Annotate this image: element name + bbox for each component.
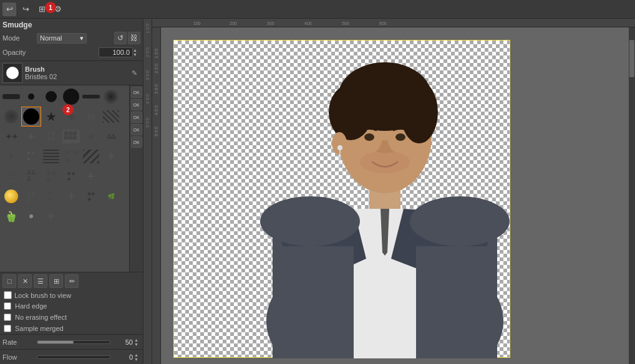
lock-brush-checkbox[interactable] [4, 291, 12, 299]
brush-cell[interactable] [21, 206, 41, 226]
brush-cell[interactable]: ⣷⣿⣾ [21, 186, 41, 206]
brush-cell[interactable]: ✳ ✳ ✳ [61, 146, 81, 166]
reset-icon[interactable]: ↺ [114, 32, 127, 44]
option-icons: ↺ ⛓ [114, 32, 140, 44]
brush-cell[interactable]: + [41, 206, 61, 226]
brush-cell[interactable] [81, 146, 101, 166]
sample-merged-checkbox[interactable] [4, 325, 11, 332]
brush-cell[interactable] [41, 87, 61, 107]
brush-edit-button[interactable]: ✎ [128, 67, 140, 79]
brush-cell[interactable]: + + ++ + + [1, 166, 21, 186]
brush-cell[interactable]: + [1, 146, 21, 166]
rate-spinner[interactable]: ▲▼ [134, 338, 140, 347]
mode-row: Mode Normal ▾ ↺ ⛓ [2, 31, 140, 45]
brush-cell[interactable] [81, 87, 101, 107]
brush-cell[interactable]: ✚ [61, 107, 81, 127]
paint-button[interactable]: ✏ [65, 274, 79, 288]
sample-merged-row: Sample merged [0, 323, 143, 334]
svg-rect-6 [273, 246, 354, 358]
brush-cell[interactable]: ✿ [81, 127, 101, 146]
brush-cell[interactable]: ✦✦✦ [21, 146, 41, 166]
brush-preview [2, 63, 22, 83]
brush-cell[interactable]: + [101, 146, 121, 166]
undo-icon[interactable]: ↩ [2, 2, 16, 16]
opacity-spinner[interactable]: ▲▼ [133, 48, 140, 57]
ruler-h-100: 100 [192, 21, 230, 26]
brush-cell[interactable] [1, 186, 21, 206]
vertical-ruler: 100 200 300 400 500 [152, 27, 161, 364]
badge-1: 1 [45, 2, 56, 13]
brush-cell[interactable]: + [81, 166, 101, 186]
brush-cell[interactable]: 🌿 [101, 186, 121, 206]
flow-spinner[interactable]: ▲▼ [134, 353, 140, 362]
brush-cell[interactable] [21, 87, 41, 107]
flow-value[interactable]: 0 [110, 353, 134, 361]
brush-cell[interactable]: ⠿⠿⠿ [21, 166, 41, 186]
scrollbar[interactable] [629, 27, 635, 364]
side-button-1[interactable]: OK [131, 87, 142, 98]
brush-cell[interactable]: ⣿⣿ [81, 107, 101, 127]
person-figure [260, 41, 510, 358]
brush-cell[interactable]: ★ [41, 107, 61, 127]
no-erasing-checkbox[interactable] [4, 314, 11, 321]
brush-cell[interactable] [101, 107, 121, 127]
ruler-h-400: 400 [304, 21, 342, 26]
delete-brush-button[interactable]: ✕ [18, 274, 32, 288]
mode-dropdown[interactable]: Normal ▾ [37, 33, 87, 44]
no-erasing-label: No erasing effect [15, 314, 67, 321]
brush-cell[interactable]: ★★★ [61, 166, 81, 186]
brush-grid[interactable]: 2 ★ ✚ ⣿⣿ ✦✦ + [0, 85, 129, 272]
brush-cell[interactable]: ⬛⬛⬛⬛⬛⬛ [61, 127, 81, 146]
brush-cell[interactable]: 🫑 [1, 206, 21, 226]
ruler-h-500: 500 [342, 21, 379, 26]
brush-cell-selected[interactable] [21, 107, 41, 127]
brush-cell[interactable]: ◈◈◈ [81, 186, 101, 206]
brush-cell[interactable]: + [61, 186, 81, 206]
flow-slider[interactable] [37, 355, 110, 359]
side-button-5[interactable]: OK [131, 136, 142, 148]
svg-rect-7 [416, 246, 497, 358]
canvas-scroll[interactable] [161, 27, 635, 364]
brush-cell[interactable]: ✦✦ [1, 127, 21, 146]
opacity-value[interactable]: 100.0 [99, 47, 133, 57]
brush-title: Brush [25, 65, 125, 73]
brush-cell[interactable]: ⠶⠶⠶ [41, 186, 61, 206]
bottom-panel: □ ✕ ☰ ⊞ ✏ Lock brush to view Hard edge [0, 272, 143, 364]
brush-cell[interactable] [1, 107, 21, 127]
lock-brush-row: Lock brush to view [0, 290, 143, 300]
brush-cell[interactable]: ✤ ✤✤ [41, 166, 61, 186]
grid-view-button[interactable]: ⊞ [49, 274, 63, 288]
brush-cell[interactable]: ⁂⁂ [101, 127, 121, 146]
list-view-button[interactable]: ☰ [34, 274, 47, 288]
brush-cell[interactable] [101, 87, 121, 107]
rate-value[interactable]: 50 [110, 338, 134, 346]
brush-cell[interactable]: ···· [61, 206, 81, 226]
brush-cell[interactable]: ·· ···· ·· [101, 166, 121, 186]
side-button-4[interactable]: OK [131, 124, 142, 135]
flow-row: Flow 0 ▲▼ [0, 349, 143, 364]
new-brush-button[interactable]: □ [2, 274, 16, 288]
svg-point-17 [395, 133, 405, 141]
dropdown-arrow: ▾ [80, 34, 84, 42]
chain-icon[interactable]: ⛓ [128, 32, 140, 44]
opacity-row: Opacity 100.0 ▲▼ [2, 46, 140, 59]
brush-cell[interactable]: + [21, 127, 41, 146]
side-button-2[interactable]: OK [131, 99, 142, 110]
opacity-label: Opacity [2, 49, 99, 56]
side-button-3[interactable]: OK [131, 112, 142, 123]
svg-point-20 [337, 145, 342, 150]
scroll-thumb[interactable] [629, 40, 634, 77]
brush-cell[interactable] [1, 87, 21, 107]
rate-slider[interactable] [37, 340, 110, 344]
brush-cell[interactable]: ✳✳✳✳ [41, 127, 61, 146]
brush-cell[interactable] [61, 87, 81, 107]
hard-edge-checkbox[interactable] [4, 302, 11, 310]
hard-edge-row: Hard edge [0, 300, 143, 312]
brush-cell[interactable] [41, 146, 61, 166]
sample-merged-label: Sample merged [15, 325, 64, 332]
top-toolbar: ↩ ↪ ⊞ ⚙ 1 [0, 0, 635, 19]
mode-label: Mode [2, 34, 37, 42]
redo-icon[interactable]: ↪ [19, 2, 32, 16]
brush-actions: □ ✕ ☰ ⊞ ✏ [0, 272, 143, 290]
rate-label: Rate [2, 338, 37, 346]
